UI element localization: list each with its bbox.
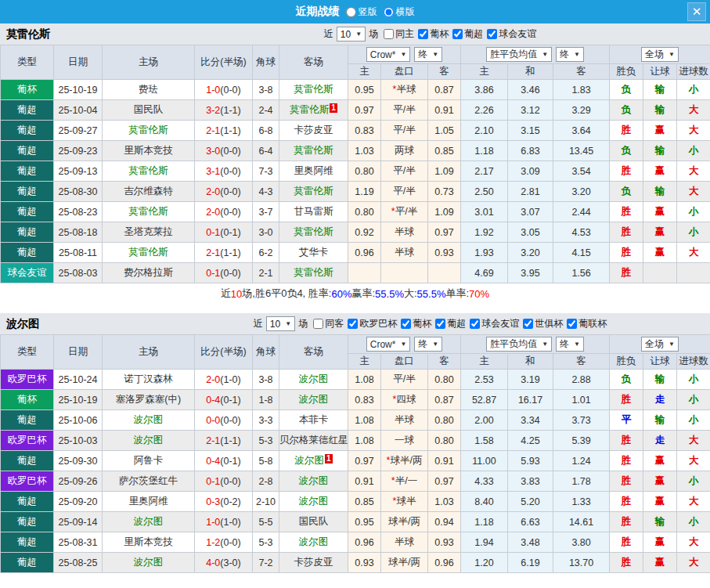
dropdown-arrow-icon: ▼ [355,31,362,38]
filter-checkbox[interactable] [487,29,497,39]
filter-option-葡联杯[interactable]: 葡联杯 [567,317,607,330]
final-odds-select-2[interactable]: 终▼ [556,337,584,352]
match-date: 25-09-14 [54,512,103,532]
filter-option-葡杯[interactable]: 葡杯 [418,27,449,41]
filter-checkbox[interactable] [348,319,358,329]
filter-option-葡超[interactable]: 葡超 [452,27,483,41]
filter-checkbox[interactable] [384,29,394,39]
match-count-select[interactable]: 10▼ [337,27,366,41]
summary-segment: 近 [221,287,231,301]
record-summary: 近10场,胜6平0负4, 胜率:60% 赢率:55.5% 大:55.5% 单率:… [0,283,710,304]
mean-odds-select-value: 胜平负均值 [490,48,537,61]
competition-type: 葡超 [1,492,54,512]
final-odds-select-1[interactable]: 终▼ [414,337,442,352]
match-date: 25-08-31 [54,532,103,553]
filter-checkbox[interactable] [313,319,323,329]
odds-home: 0.80 [348,161,381,182]
mean-away: 3.20 [553,182,610,202]
team-name: 波尔图 [299,536,329,547]
filter-option-世俱杯[interactable]: 世俱杯 [523,317,563,330]
col-corners: 角球 [253,45,279,80]
filter-option-同主[interactable]: 同主 [384,27,414,41]
close-button[interactable]: ✕ [687,2,706,21]
col-handicap-result: 让球 [643,64,677,80]
dropdown-arrow-icon: ▼ [432,51,438,58]
home-team: 波尔图 [103,512,195,532]
filter-checkbox[interactable] [470,319,480,329]
col-goals-result: 进球数 [677,354,710,370]
mean-home: 11.00 [461,451,508,471]
result-goals: 小 [677,222,710,243]
final-odds-select-1[interactable]: 终▼ [414,47,442,62]
fulltime-score: 2-0 [206,186,220,197]
mean-odds-select[interactable]: 胜平负均值▼ [486,337,552,352]
match-score: 1-0(0-0) [195,80,253,100]
summary-segment: 70% [469,288,489,300]
filter-option-欧罗巴杯[interactable]: 欧罗巴杯 [348,317,397,330]
filter-checkbox[interactable] [401,319,411,329]
match-date: 25-09-20 [54,492,103,512]
filter-option-球会友谊[interactable]: 球会友谊 [487,27,536,41]
competition-type: 葡超 [1,202,54,222]
mean-draw: 3.46 [508,80,553,100]
layout-vertical-option[interactable]: 竖版 [346,5,377,19]
filter-checkbox[interactable] [435,319,445,329]
filter-option-葡超[interactable]: 葡超 [435,317,466,330]
layout-horizontal-option[interactable]: 横版 [384,5,415,19]
competition-type: 葡超 [1,410,54,431]
odds-handicap: 球半/两 [381,553,428,573]
fulltime-select-value: 全场 [645,48,664,61]
mean-away: 3.54 [553,161,610,182]
competition-type: 葡杯 [1,80,54,100]
team-name: 里奥阿维 [129,496,168,507]
col-odds-handicap: 盘口 [381,354,428,370]
fulltime-select[interactable]: 全场▼ [641,47,679,62]
filter-option-球会友谊[interactable]: 球会友谊 [470,317,519,330]
fulltime-select[interactable]: 全场▼ [641,337,679,352]
star-mark: * [393,394,397,405]
fulltime-score: 1-0 [206,85,220,96]
col-corners: 角球 [253,335,279,370]
final-odds-select-2[interactable]: 终▼ [556,47,584,62]
filter-option-同客[interactable]: 同客 [313,317,344,330]
col-mean-draw: 和 [508,64,553,80]
horizontal-radio[interactable] [384,7,394,17]
bookmaker-select[interactable]: Crow*▼ [366,337,411,352]
vertical-radio[interactable] [346,7,356,17]
filter-games-label: 场 [298,317,308,330]
result-winloss: 胜 [610,431,643,451]
mean-home: 8.40 [461,492,508,512]
odds-away: 0.93 [428,243,461,263]
filter-checkbox[interactable] [452,29,463,39]
corner-count: 6-2 [253,243,279,263]
star-mark: * [391,206,395,217]
col-away: 客场 [279,335,348,370]
team-name: 国民队 [134,104,164,115]
result-winloss: 胜 [610,512,643,532]
filter-checkbox[interactable] [418,29,428,39]
result-handicap: 输 [643,512,677,532]
mean-odds-select[interactable]: 胜平负均值▼ [486,47,552,62]
home-team: 波尔图 [103,553,195,573]
bookmaker-select[interactable]: Crow*▼ [366,47,411,62]
match-score: 4-0(3-0) [195,553,253,573]
match-score: 2-0(0-0) [195,182,253,202]
away-team: 甘马雷斯 [279,202,348,222]
away-team: 莫雷伦斯 [279,222,348,243]
filter-checkbox[interactable] [567,319,577,329]
odds-away: 0.94 [428,512,461,532]
halftime-score: (3-0) [220,557,240,568]
mean-away: 1.78 [553,471,610,492]
section-bar-moreirense: 莫雷伦斯 近10▼场同主葡杯葡超球会友谊 [0,23,710,45]
fulltime-score: 2-1 [206,247,220,258]
team-name: 莫雷伦斯 [129,124,168,135]
team-name: 里斯本竞技 [124,536,173,547]
away-team: 波尔图 [279,532,348,553]
filter-option-葡杯[interactable]: 葡杯 [401,317,431,330]
halftime-score: (1-1) [220,105,240,116]
odds-away: 0.91 [428,100,461,121]
filter-checkbox[interactable] [523,319,533,329]
match-count-select[interactable]: 10▼ [266,316,295,331]
dropdown-arrow-icon: ▼ [574,51,580,58]
fulltime-score: 3-1 [206,166,220,177]
